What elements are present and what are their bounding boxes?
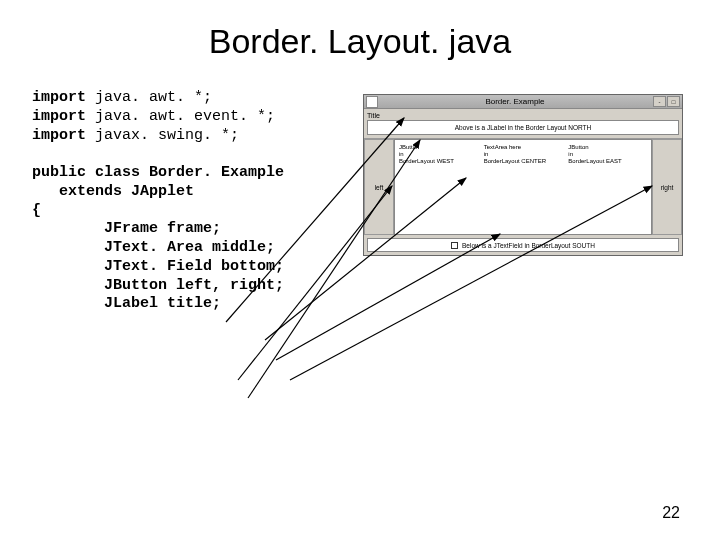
south-panel: Below is a JTextField in BorderLayout SO… [364,235,682,255]
center-col: JButton in BorderLayout WEST [399,144,478,230]
applet-window: Border. Example - □ Title Above is a JLa… [363,94,683,256]
system-icon [366,96,378,108]
south-textfield[interactable]: Below is a JTextField in BorderLayout SO… [367,238,679,252]
window-title: Border. Example [378,97,652,106]
center-col: TextArea here in BorderLayout CENTER [484,144,563,230]
txt: BorderLayout EAST [568,158,647,165]
code-text: java. awt. event. *; [95,108,275,125]
titlebar: Border. Example - □ [364,95,682,109]
txt: JButton [568,144,647,151]
txt: TextArea here [484,144,563,151]
code-line: JFrame frame; [32,220,221,237]
code-line: { [32,202,41,219]
middle-row: left JButton in BorderLayout WEST TextAr… [364,139,682,235]
north-jlabel: Above is a JLabel in the Border Layout N… [367,120,679,135]
window-controls: - □ [652,96,680,107]
checkbox-icon [451,242,458,249]
txt: in [568,151,647,158]
code-line: JLabel title; [32,295,221,312]
code-line: public class Border. Example [32,164,284,181]
page-number: 22 [662,504,680,522]
west-button[interactable]: left [364,139,394,235]
txt: BorderLayout WEST [399,158,478,165]
code-line: JText. Field bottom; [32,258,284,275]
east-button[interactable]: right [652,139,682,235]
page-title: Border. Layout. java [0,22,720,61]
title-label: Title [367,112,679,119]
code-line: JText. Area middle; [32,239,275,256]
kw-import: import [32,108,95,125]
minimize-icon[interactable]: - [653,96,666,107]
code-text: java. awt. *; [95,89,212,106]
txt: in [484,151,563,158]
window-body: Title Above is a JLabel in the Border La… [364,109,682,255]
south-text: Below is a JTextField in BorderLayout SO… [462,242,595,249]
center-col: JButton in BorderLayout EAST [568,144,647,230]
code-text: javax. swing. *; [95,127,239,144]
txt: in [399,151,478,158]
close-icon[interactable]: □ [667,96,680,107]
txt: JButton [399,144,478,151]
code-line: extends JApplet [32,183,194,200]
code-line: JButton left, right; [32,277,284,294]
kw-import: import [32,127,95,144]
north-panel: Title Above is a JLabel in the Border La… [364,109,682,139]
txt: BorderLayout CENTER [484,158,563,165]
kw-import: import [32,89,95,106]
center-textarea[interactable]: JButton in BorderLayout WEST TextArea he… [394,139,652,235]
